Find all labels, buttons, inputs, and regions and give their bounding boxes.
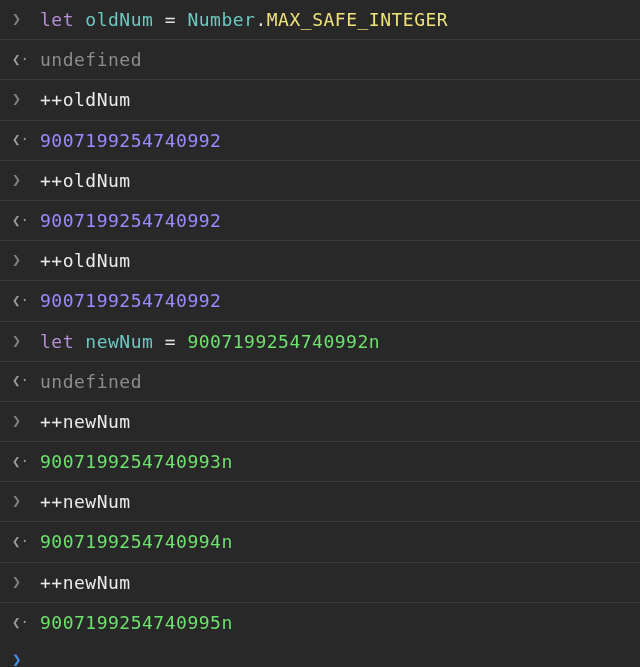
- console-output-row: ❮·9007199254740992: [0, 201, 640, 241]
- console-input-code: ++newNum: [40, 409, 630, 434]
- code-token: newNum: [63, 491, 131, 512]
- console-output-value: undefined: [40, 369, 630, 394]
- code-token: ++: [40, 250, 63, 271]
- code-token: oldNum: [63, 250, 131, 271]
- code-token: Number: [187, 9, 255, 30]
- console-input-row: ❯++oldNum: [0, 241, 640, 281]
- console-output-value: 9007199254740995n: [40, 610, 630, 635]
- code-token: oldNum: [63, 89, 131, 110]
- code-token: ++: [40, 491, 63, 512]
- console-output-row: ❮·9007199254740992: [0, 281, 640, 321]
- console-input-row: ❯++newNum: [0, 402, 640, 442]
- code-token: undefined: [40, 371, 142, 392]
- chevron-left-icon: ❮·: [12, 613, 40, 633]
- console-input-code: let newNum = 9007199254740992n: [40, 329, 630, 354]
- console-input-code: ++oldNum: [40, 168, 630, 193]
- code-token: ++: [40, 170, 63, 191]
- code-token: MAX_SAFE_INTEGER: [267, 9, 448, 30]
- chevron-left-icon: ❮·: [12, 50, 40, 70]
- chevron-right-icon: ❯: [12, 572, 40, 593]
- console-input-code: ++newNum: [40, 570, 630, 595]
- console-input-code: let oldNum = Number.MAX_SAFE_INTEGER: [40, 7, 630, 32]
- code-token: ++: [40, 89, 63, 110]
- console-input-row: ❯let oldNum = Number.MAX_SAFE_INTEGER: [0, 0, 640, 40]
- code-token: 9007199254740992: [40, 290, 221, 311]
- code-token: 9007199254740995n: [40, 612, 233, 633]
- console-output-row: ❮·undefined: [0, 40, 640, 80]
- console-input-row: ❯++newNum: [0, 563, 640, 603]
- code-token: let: [40, 331, 85, 352]
- console-output-value: 9007199254740993n: [40, 449, 630, 474]
- chevron-right-icon: ❯: [12, 411, 40, 432]
- chevron-left-icon: ❮·: [12, 130, 40, 150]
- code-token: undefined: [40, 49, 142, 70]
- chevron-left-icon: ❮·: [12, 532, 40, 552]
- chevron-right-icon: ❯: [12, 491, 40, 512]
- code-token: oldNum: [85, 9, 153, 30]
- code-token: 9007199254740992: [40, 210, 221, 231]
- console-output-value: 9007199254740992: [40, 128, 630, 153]
- code-token: newNum: [63, 572, 131, 593]
- code-token: 9007199254740992n: [187, 331, 380, 352]
- chevron-right-icon: ❯: [12, 250, 40, 271]
- code-token: ++: [40, 572, 63, 593]
- console-input-row: ❯++oldNum: [0, 161, 640, 201]
- code-token: .: [255, 9, 266, 30]
- console-log: ❯let oldNum = Number.MAX_SAFE_INTEGER❮·u…: [0, 0, 640, 642]
- code-token: =: [153, 9, 187, 30]
- chevron-left-icon: ❮·: [12, 211, 40, 231]
- code-token: newNum: [85, 331, 153, 352]
- console-input-row: ❯++oldNum: [0, 80, 640, 120]
- code-token: 9007199254740994n: [40, 531, 233, 552]
- console-input-row: ❯let newNum = 9007199254740992n: [0, 322, 640, 362]
- code-token: let: [40, 9, 85, 30]
- code-token: newNum: [63, 411, 131, 432]
- console-prompt-row[interactable]: ❯: [0, 642, 640, 667]
- console-output-row: ❮·9007199254740995n: [0, 603, 640, 642]
- console-output-row: ❮·9007199254740994n: [0, 522, 640, 562]
- code-token: 9007199254740993n: [40, 451, 233, 472]
- console-output-value: undefined: [40, 47, 630, 72]
- console-input-code: ++oldNum: [40, 248, 630, 273]
- console-output-value: 9007199254740992: [40, 208, 630, 233]
- console-input-row: ❯++newNum: [0, 482, 640, 522]
- console-output-row: ❮·9007199254740993n: [0, 442, 640, 482]
- chevron-right-icon: ❯: [12, 89, 40, 110]
- code-token: =: [153, 331, 187, 352]
- chevron-right-icon: ❯: [12, 170, 40, 191]
- code-token: 9007199254740992: [40, 130, 221, 151]
- console-output-row: ❮·undefined: [0, 362, 640, 402]
- code-token: oldNum: [63, 170, 131, 191]
- code-token: ++: [40, 411, 63, 432]
- console-input-code: ++newNum: [40, 489, 630, 514]
- console-input-code: ++oldNum: [40, 87, 630, 112]
- chevron-right-icon: ❯: [12, 9, 40, 30]
- chevron-left-icon: ❮·: [12, 371, 40, 391]
- prompt-icon: ❯: [12, 649, 40, 667]
- console-output-value: 9007199254740994n: [40, 529, 630, 554]
- chevron-left-icon: ❮·: [12, 291, 40, 311]
- chevron-left-icon: ❮·: [12, 452, 40, 472]
- chevron-right-icon: ❯: [12, 331, 40, 352]
- console-output-row: ❮·9007199254740992: [0, 121, 640, 161]
- console-output-value: 9007199254740992: [40, 288, 630, 313]
